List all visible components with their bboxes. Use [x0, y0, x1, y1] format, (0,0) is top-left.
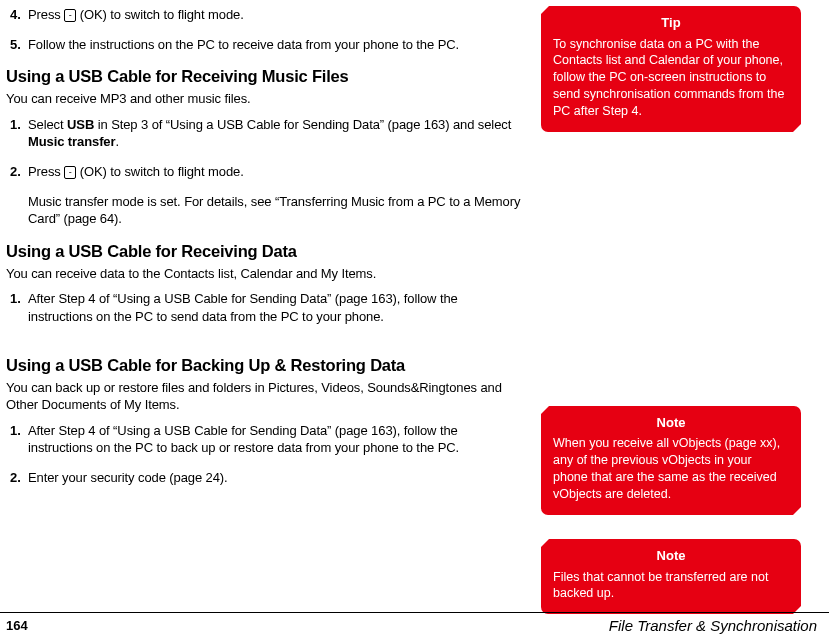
- step-number: 1.: [6, 116, 28, 151]
- section-heading: Using a USB Cable for Receiving Data: [6, 240, 523, 262]
- page-content: 4. Press - (OK) to switch to flight mode…: [0, 0, 829, 600]
- tip-callout: Tip To synchronise data on a PC with the…: [541, 6, 801, 132]
- step-number: 5.: [6, 36, 28, 54]
- callout-title: Tip: [553, 14, 789, 32]
- bold-text: Music transfer: [28, 134, 115, 149]
- step-row: 2. Press - (OK) to switch to flight mode…: [6, 163, 523, 181]
- section-intro: You can receive MP3 and other music file…: [6, 90, 523, 108]
- main-column: 4. Press - (OK) to switch to flight mode…: [6, 6, 541, 600]
- callout-body: When you receive all vObjects (page xx),…: [553, 435, 789, 503]
- ok-key-icon: -: [64, 166, 76, 179]
- spacer: [541, 148, 801, 406]
- step-number: 1.: [6, 290, 28, 325]
- section-heading: Using a USB Cable for Receiving Music Fi…: [6, 65, 523, 87]
- step-text: Press - (OK) to switch to flight mode.: [28, 6, 523, 24]
- callout-body: To synchronise data on a PC with the Con…: [553, 36, 789, 120]
- page-footer: 164 File Transfer & Synchronisation: [0, 612, 829, 634]
- step-text: Select USB in Step 3 of “Using a USB Cab…: [28, 116, 523, 151]
- step-row: 2. Enter your security code (page 24).: [6, 469, 523, 487]
- text-fragment: .: [115, 134, 119, 149]
- text-fragment: Select: [28, 117, 67, 132]
- step-row: 4. Press - (OK) to switch to flight mode…: [6, 6, 523, 24]
- section-intro: You can back up or restore files and fol…: [6, 379, 523, 414]
- step-row: 1. After Step 4 of “Using a USB Cable fo…: [6, 290, 523, 325]
- spacer: [541, 531, 801, 539]
- callout-title: Note: [553, 414, 789, 432]
- step-subtext: Music transfer mode is set. For details,…: [28, 193, 523, 228]
- step-text: After Step 4 of “Using a USB Cable for S…: [28, 422, 523, 457]
- text-fragment: Press: [28, 7, 64, 22]
- note-callout: Note Files that cannot be transferred ar…: [541, 539, 801, 614]
- step-row: 1. Select USB in Step 3 of “Using a USB …: [6, 116, 523, 151]
- callout-body: Files that cannot be transferred are not…: [553, 569, 789, 603]
- section-intro: You can receive data to the Contacts lis…: [6, 265, 523, 283]
- spacer: [6, 338, 523, 348]
- step-number: 2.: [6, 469, 28, 487]
- page-number: 164: [6, 618, 28, 633]
- step-text: Press - (OK) to switch to flight mode.: [28, 163, 523, 181]
- ok-key-icon: -: [64, 9, 76, 22]
- text-fragment: in Step 3 of “Using a USB Cable for Send…: [94, 117, 511, 132]
- step-text: Enter your security code (page 24).: [28, 469, 523, 487]
- note-callout: Note When you receive all vObjects (page…: [541, 406, 801, 515]
- chapter-title: File Transfer & Synchronisation: [609, 617, 817, 634]
- step-number: 4.: [6, 6, 28, 24]
- step-text: Follow the instructions on the PC to rec…: [28, 36, 523, 54]
- text-fragment: Press: [28, 164, 64, 179]
- step-row: 5. Follow the instructions on the PC to …: [6, 36, 523, 54]
- text-fragment: (OK) to switch to flight mode.: [80, 7, 244, 22]
- step-row: 1. After Step 4 of “Using a USB Cable fo…: [6, 422, 523, 457]
- side-column: Tip To synchronise data on a PC with the…: [541, 6, 801, 600]
- callout-title: Note: [553, 547, 789, 565]
- step-number: 2.: [6, 163, 28, 181]
- step-number: 1.: [6, 422, 28, 457]
- bold-text: USB: [67, 117, 94, 132]
- step-text: After Step 4 of “Using a USB Cable for S…: [28, 290, 523, 325]
- section-heading: Using a USB Cable for Backing Up & Resto…: [6, 354, 523, 376]
- text-fragment: (OK) to switch to flight mode.: [80, 164, 244, 179]
